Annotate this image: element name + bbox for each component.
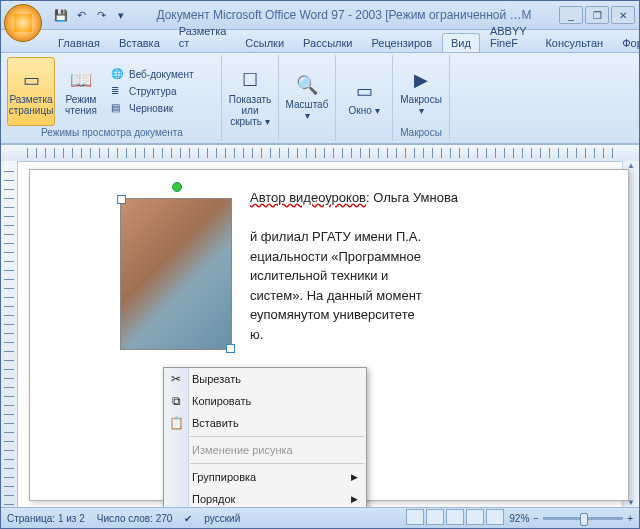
inserted-image[interactable] bbox=[120, 198, 232, 350]
show-icon: ☐ bbox=[236, 68, 264, 92]
save-icon[interactable]: 💾 bbox=[53, 7, 69, 23]
window-button[interactable]: ▭Окно ▾ bbox=[340, 57, 388, 137]
tab-format[interactable]: Формат bbox=[613, 33, 640, 52]
office-button[interactable] bbox=[4, 4, 42, 42]
quick-access-toolbar: 💾 ↶ ↷ ▾ bbox=[53, 7, 129, 23]
vertical-ruler[interactable] bbox=[1, 161, 18, 507]
zoom-slider[interactable] bbox=[543, 517, 623, 520]
window-title: Документ Microsoft Office Word 97 - 2003… bbox=[129, 8, 559, 22]
maximize-button[interactable]: ❐ bbox=[585, 6, 609, 24]
qat-dropdown-icon[interactable]: ▾ bbox=[113, 7, 129, 23]
tab-review[interactable]: Рецензиров bbox=[362, 33, 441, 52]
minimize-button[interactable]: _ bbox=[559, 6, 583, 24]
group-label-macros: Макросы bbox=[397, 126, 445, 139]
status-word-count[interactable]: Число слов: 270 bbox=[97, 513, 173, 524]
outline-button[interactable]: ≣Структура bbox=[107, 84, 198, 100]
group-label-views: Режимы просмотра документа bbox=[7, 126, 217, 139]
status-page[interactable]: Страница: 1 из 2 bbox=[7, 513, 85, 524]
zoom-button[interactable]: 🔍Масштаб ▾ bbox=[283, 57, 331, 137]
macros-icon: ▶ bbox=[407, 68, 435, 92]
status-bar: Страница: 1 из 2 Число слов: 270 ✔ русск… bbox=[1, 507, 639, 528]
redo-icon[interactable]: ↷ bbox=[93, 7, 109, 23]
tab-abbyy[interactable]: ABBYY FineF bbox=[481, 21, 536, 52]
tab-insert[interactable]: Вставка bbox=[110, 33, 169, 52]
zoom-out-button[interactable]: − bbox=[533, 513, 539, 524]
context-menu: ✂Вырезать ⧉Копировать 📋Вставить Изменени… bbox=[163, 367, 367, 507]
zoom-in-button[interactable]: + bbox=[627, 513, 633, 524]
macros-button[interactable]: ▶Макросы ▾ bbox=[397, 57, 445, 126]
titlebar: 💾 ↶ ↷ ▾ Документ Microsoft Office Word 9… bbox=[1, 1, 639, 30]
tab-references[interactable]: Ссылки bbox=[236, 33, 293, 52]
menu-cut[interactable]: ✂Вырезать bbox=[164, 368, 366, 390]
show-hide-button[interactable]: ☐Показать или скрыть ▾ bbox=[226, 57, 274, 137]
menu-paste[interactable]: 📋Вставить bbox=[164, 412, 366, 434]
view-mode-buttons[interactable] bbox=[405, 509, 505, 527]
cut-icon: ✂ bbox=[168, 371, 184, 387]
draft-icon: ▤ bbox=[111, 102, 125, 116]
paste-icon: 📋 bbox=[168, 415, 184, 431]
menu-edit-picture: Изменение рисунка bbox=[164, 439, 366, 461]
window-icon: ▭ bbox=[350, 79, 378, 103]
rotation-handle[interactable] bbox=[172, 182, 182, 192]
web-layout-button[interactable]: 🌐Веб-документ bbox=[107, 67, 198, 83]
status-spellcheck-icon[interactable]: ✔ bbox=[184, 513, 192, 524]
ribbon-tabs: Главная Вставка Разметка ст Ссылки Рассы… bbox=[1, 30, 639, 53]
tab-consultant[interactable]: Консультан bbox=[536, 33, 612, 52]
menu-group[interactable]: Группировка▶ bbox=[164, 466, 366, 488]
tab-layout[interactable]: Разметка ст bbox=[170, 21, 236, 52]
reading-icon: 📖 bbox=[67, 68, 95, 92]
tab-home[interactable]: Главная bbox=[49, 33, 109, 52]
copy-icon: ⧉ bbox=[168, 393, 184, 409]
menu-order[interactable]: Порядок▶ bbox=[164, 488, 366, 507]
horizontal-ruler[interactable] bbox=[1, 145, 639, 162]
zoom-icon: 🔍 bbox=[293, 73, 321, 97]
menu-copy[interactable]: ⧉Копировать bbox=[164, 390, 366, 412]
close-button[interactable]: ✕ bbox=[611, 6, 635, 24]
status-language[interactable]: русский bbox=[204, 513, 240, 524]
page-layout-icon: ▭ bbox=[17, 68, 45, 92]
globe-icon: 🌐 bbox=[111, 68, 125, 82]
draft-button[interactable]: ▤Черновик bbox=[107, 101, 198, 117]
print-layout-button[interactable]: ▭Разметка страницы bbox=[7, 57, 55, 126]
tab-mailings[interactable]: Рассылки bbox=[294, 33, 361, 52]
undo-icon[interactable]: ↶ bbox=[73, 7, 89, 23]
tab-view[interactable]: Вид bbox=[442, 33, 480, 52]
document-text: Автор видеоуроков: Ольга Умнова й филиал… bbox=[250, 188, 588, 344]
ribbon: ▭Разметка страницы 📖Режим чтения 🌐Веб-до… bbox=[1, 53, 639, 144]
reading-mode-button[interactable]: 📖Режим чтения bbox=[57, 57, 105, 126]
zoom-level[interactable]: 92% bbox=[509, 513, 529, 524]
outline-icon: ≣ bbox=[111, 85, 125, 99]
document-area: Автор видеоуроков: Ольга Умнова й филиал… bbox=[1, 144, 639, 507]
